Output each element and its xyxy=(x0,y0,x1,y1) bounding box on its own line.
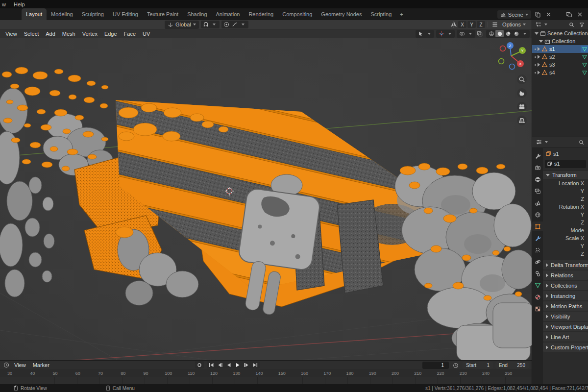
chevron-down-icon[interactable] xyxy=(544,24,547,25)
section-custom-properties[interactable]: Custom Properties xyxy=(543,343,588,352)
frame-start-field[interactable]: Start 1 xyxy=(463,362,493,369)
tab-modeling[interactable]: Modeling xyxy=(47,8,77,20)
toggle-xray-icon[interactable] xyxy=(475,29,484,38)
section-collections[interactable]: Collections xyxy=(543,281,588,290)
menu-view[interactable]: View xyxy=(2,31,21,37)
timeline-editor-icon[interactable] xyxy=(2,361,11,369)
timeline-ruler[interactable]: 30 40 50 60 70 80 90 100 110 120 130 140… xyxy=(3,369,515,377)
chevron-down-icon[interactable] xyxy=(520,30,529,37)
chevron-down-icon[interactable] xyxy=(545,141,548,143)
jump-to-end-button[interactable] xyxy=(251,361,260,368)
chevron-down-icon[interactable] xyxy=(425,30,433,37)
tab-uv-editing[interactable]: UV Editing xyxy=(108,8,143,20)
current-frame-field[interactable]: 1 xyxy=(422,362,449,369)
chevron-down-icon[interactable] xyxy=(445,30,454,37)
tab-geometry-nodes[interactable]: Geometry Nodes xyxy=(317,8,366,20)
expand-icon[interactable] xyxy=(538,71,540,74)
tab-data-properties[interactable] xyxy=(532,280,543,290)
menu-uv[interactable]: UV xyxy=(139,31,153,37)
3d-viewport[interactable]: Z Y X xyxy=(0,38,532,360)
tab-animation[interactable]: Animation xyxy=(212,8,245,20)
new-scene-button[interactable] xyxy=(533,10,542,19)
timeline-track-area[interactable] xyxy=(0,377,532,385)
tab-scene-properties[interactable] xyxy=(532,198,543,208)
pan-hand-icon[interactable] xyxy=(517,88,527,98)
tool-settings-icon[interactable] xyxy=(490,21,499,29)
menu-mesh[interactable]: Mesh xyxy=(59,31,79,37)
outliner-row-s2[interactable]: s2 xyxy=(532,53,588,61)
snap-options-dropdown[interactable] xyxy=(210,21,219,28)
outliner-row-s3[interactable]: s3 xyxy=(532,61,588,69)
menu-help[interactable]: Help xyxy=(14,1,25,7)
menu-window[interactable]: w xyxy=(2,1,6,7)
section-delta-transform[interactable]: Delta Transform xyxy=(543,260,588,270)
options-dropdown[interactable]: Options xyxy=(499,21,529,29)
camera-view-icon[interactable] xyxy=(517,102,527,112)
section-relations[interactable]: Relations xyxy=(543,270,588,280)
tab-scripting[interactable]: Scripting xyxy=(366,8,396,20)
tab-rendering[interactable]: Rendering xyxy=(244,8,278,20)
menu-edge[interactable]: Edge xyxy=(101,31,121,37)
tab-material-properties[interactable] xyxy=(532,292,543,302)
outliner-editor-icon[interactable] xyxy=(534,21,543,29)
view-layer-icon[interactable] xyxy=(564,10,573,19)
auto-keyframe-button[interactable] xyxy=(195,361,204,368)
timeline-menu-view[interactable]: View xyxy=(11,362,29,368)
transform-orientation-dropdown[interactable]: Global xyxy=(165,21,199,29)
outliner-row-s4[interactable]: s4 xyxy=(532,69,588,76)
scanned-mesh-model[interactable] xyxy=(0,38,532,360)
transform-panel-header[interactable]: Transform xyxy=(543,171,588,179)
section-line-art[interactable]: Line Art xyxy=(543,332,588,342)
remove-view-layer-button[interactable] xyxy=(575,10,584,19)
expand-icon[interactable] xyxy=(538,55,540,59)
snap-magnet-icon[interactable] xyxy=(202,21,210,28)
tab-world-properties[interactable] xyxy=(532,210,543,220)
mesh-data-icon[interactable] xyxy=(581,46,588,52)
tab-compositing[interactable]: Compositing xyxy=(278,8,317,20)
tab-texture-properties[interactable] xyxy=(532,304,543,314)
shading-rendered-icon[interactable] xyxy=(512,30,520,37)
expand-icon[interactable] xyxy=(535,32,539,35)
mesh-data-icon[interactable] xyxy=(581,69,588,76)
unlink-scene-button[interactable] xyxy=(544,10,553,19)
search-icon[interactable] xyxy=(577,138,586,147)
menu-add[interactable]: Add xyxy=(42,31,59,37)
section-instancing[interactable]: Instancing xyxy=(543,291,588,300)
filter-icon[interactable] xyxy=(577,21,586,29)
prev-keyframe-button[interactable] xyxy=(216,361,224,368)
tab-modifier-properties[interactable] xyxy=(532,233,543,243)
expand-icon[interactable] xyxy=(538,63,540,67)
mirror-z-toggle[interactable]: Z xyxy=(477,21,485,28)
section-motion-paths[interactable]: Motion Paths xyxy=(543,301,588,311)
shading-solid-icon[interactable] xyxy=(495,30,504,37)
view-axis-gizmo[interactable]: Z Y X xyxy=(497,41,528,72)
play-reverse-button[interactable] xyxy=(224,361,233,368)
add-workspace-button[interactable]: + xyxy=(396,8,407,20)
show-overlays-icon[interactable] xyxy=(458,30,466,37)
mesh-data-icon[interactable] xyxy=(581,53,588,60)
tab-object-properties[interactable] xyxy=(532,221,543,231)
timeline-menu-marker[interactable]: Marker xyxy=(29,362,53,368)
show-gizmo-icon[interactable] xyxy=(437,30,445,37)
next-keyframe-button[interactable] xyxy=(242,361,251,368)
tab-output-properties[interactable] xyxy=(532,174,543,184)
outliner-row-scene-collection[interactable]: Scene Collection xyxy=(532,29,588,37)
play-button[interactable] xyxy=(233,361,242,368)
chevron-down-icon[interactable] xyxy=(239,21,247,28)
tab-shading[interactable]: Shading xyxy=(183,8,211,20)
expand-icon[interactable] xyxy=(538,47,540,51)
tab-render-properties[interactable] xyxy=(532,163,543,172)
frame-end-field[interactable]: End 250 xyxy=(495,362,529,369)
shading-wireframe-icon[interactable] xyxy=(487,30,495,37)
tab-tool-properties[interactable] xyxy=(532,151,543,161)
mirror-x-toggle[interactable]: X xyxy=(458,21,466,28)
tab-physics-properties[interactable] xyxy=(532,257,543,267)
object-name-field[interactable]: s1 xyxy=(545,160,586,168)
perspective-grid-icon[interactable] xyxy=(517,116,527,125)
section-viewport-display[interactable]: Viewport Display xyxy=(543,322,588,331)
scene-selector[interactable]: Scene xyxy=(497,10,531,19)
tab-particle-properties[interactable] xyxy=(532,245,543,255)
outliner-row-s1[interactable]: s1 xyxy=(532,45,588,53)
search-icon[interactable] xyxy=(567,21,576,29)
use-preview-range-icon[interactable] xyxy=(451,361,460,369)
